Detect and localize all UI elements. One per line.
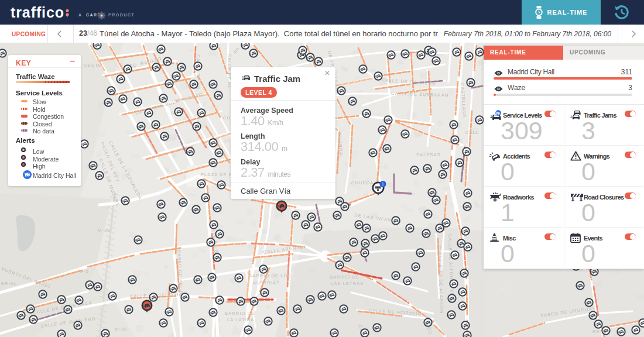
- svg-text:M-30: M-30: [98, 228, 111, 233]
- svg-text:AUSTRIAS: AUSTRIAS: [253, 280, 280, 286]
- svg-text:BARRIO DE LOS: BARRIO DE LOS: [249, 273, 292, 278]
- svg-text:LA LATINA: LA LATINA: [227, 317, 254, 322]
- svg-text:BARRIO DE: BARRIO DE: [330, 274, 359, 280]
- svg-text:1: 1: [382, 182, 384, 186]
- svg-text:ERIAL: ERIAL: [1, 281, 17, 286]
- svg-text:CHUECA: CHUECA: [351, 180, 374, 185]
- svg-text:M-30: M-30: [115, 326, 128, 332]
- svg-text:SALESAS: SALESAS: [416, 152, 441, 157]
- svg-text:CO: CO: [223, 115, 231, 121]
- svg-text:BARRIO DE: BARRIO DE: [225, 311, 255, 316]
- svg-text:CALL: CALL: [465, 130, 479, 135]
- svg-text:A-5: A-5: [80, 269, 89, 274]
- svg-text:OESTE: OESTE: [84, 63, 102, 68]
- svg-text:LAS LETRAS: LAS LETRAS: [331, 281, 364, 286]
